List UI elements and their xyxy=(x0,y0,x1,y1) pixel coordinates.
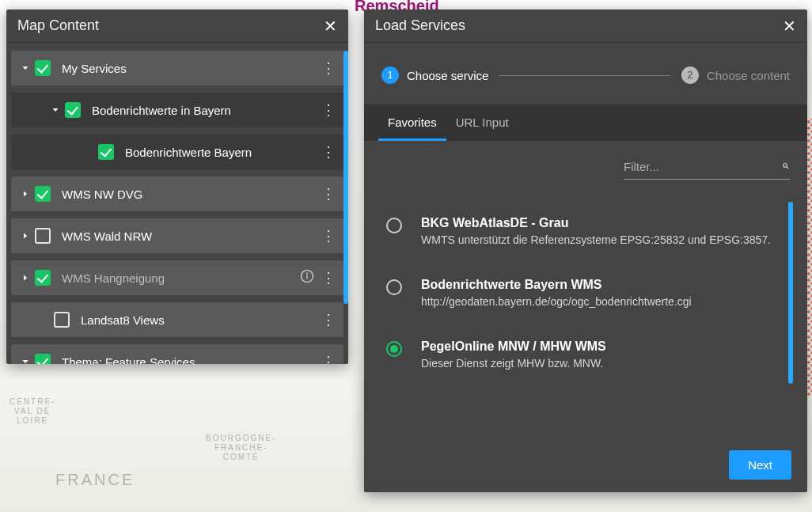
step-choose-content[interactable]: 2 Choose content xyxy=(681,66,790,84)
close-icon[interactable]: ✕ xyxy=(783,18,796,34)
map-content-body: My Services⋮Bodenrichtwerte in Bayern⋮Bo… xyxy=(6,43,348,364)
close-icon[interactable]: ✕ xyxy=(324,18,337,34)
step-label-2: Choose content xyxy=(707,69,790,82)
layer-row[interactable]: WMS Hangneigung⋮ xyxy=(11,260,343,295)
tab-url-input[interactable]: URL Input xyxy=(446,104,518,141)
layer-checkbox[interactable] xyxy=(65,102,81,118)
map-content-header: Map Content ✕ xyxy=(6,9,348,43)
chevron-right-icon[interactable] xyxy=(16,231,35,241)
layer-row[interactable]: Bodenrichtwerte Bayern⋮ xyxy=(11,135,343,169)
service-text: BKG WebAtlasDE - GrauWMTS unterstützt di… xyxy=(421,216,771,246)
step-number-1: 1 xyxy=(381,66,399,84)
more-options-icon[interactable]: ⋮ xyxy=(321,311,336,328)
map-content-title: Map Content xyxy=(17,17,99,34)
more-options-icon[interactable]: ⋮ xyxy=(321,185,336,203)
load-services-header: Load Services ✕ xyxy=(364,9,807,43)
service-subtitle: Dieser Dienst zeigt MHW bzw. MNW. xyxy=(421,357,606,370)
layer-label: Thema: Feature Services xyxy=(62,355,321,365)
layer-row[interactable]: My Services⋮ xyxy=(11,51,343,85)
filter-wrap xyxy=(624,157,790,180)
chevron-down-icon[interactable] xyxy=(16,357,35,364)
country-label-france: FRANCE xyxy=(55,470,135,489)
service-item[interactable]: BKG WebAtlasDE - GrauWMTS unterstützt di… xyxy=(380,200,787,262)
filter-row xyxy=(381,157,790,180)
stepper: 1 Choose service 2 Choose content xyxy=(381,66,790,84)
load-services-title: Load Services xyxy=(375,17,465,34)
tab-favorites[interactable]: Favorites xyxy=(378,104,446,141)
step-number-2: 2 xyxy=(681,66,699,84)
chevron-right-icon[interactable] xyxy=(16,273,35,283)
layer-row[interactable]: WMS Wald NRW⋮ xyxy=(11,218,343,253)
layer-checkbox[interactable] xyxy=(35,270,51,286)
layer-checkbox[interactable] xyxy=(35,60,51,76)
layer-label: WMS Wald NRW xyxy=(62,229,321,243)
region-label-bourgogne: BOURGOGNE- FRANCHE- COMTÉ xyxy=(206,434,276,462)
map-content-panel: Map Content ✕ My Services⋮Bodenrichtwert… xyxy=(6,9,348,364)
layer-label: My Services xyxy=(62,62,321,75)
more-options-icon[interactable]: ⋮ xyxy=(321,227,336,245)
service-title: BKG WebAtlasDE - Grau xyxy=(421,216,771,230)
more-options-icon[interactable]: ⋮ xyxy=(321,269,336,286)
scrollbar-thumb[interactable] xyxy=(788,202,793,384)
load-services-body: 1 Choose service 2 Choose content Favori… xyxy=(364,43,807,492)
service-subtitle: http://geodaten.bayern.de/ogc/ogc_bodenr… xyxy=(421,295,692,308)
chevron-right-icon[interactable] xyxy=(16,189,35,199)
service-title: PegelOnline MNW / MHW WMS xyxy=(421,339,606,354)
layer-label: WMS Hangneigung xyxy=(62,271,299,285)
layer-checkbox[interactable] xyxy=(98,144,114,160)
step-connector xyxy=(499,75,670,76)
service-subtitle: WMTS unterstützt die Referenzsysteme EPS… xyxy=(421,233,771,246)
layer-label: Landsat8 Views xyxy=(81,313,321,327)
layer-row[interactable]: Bodenrichtwerte in Bayern⋮ xyxy=(11,93,343,127)
service-radio[interactable] xyxy=(386,218,402,233)
tabs-bar: Favorites URL Input xyxy=(364,104,807,141)
layer-label: Bodenrichtwerte Bayern xyxy=(125,146,321,159)
scrollbar-thumb[interactable] xyxy=(343,51,348,304)
service-text: Bodenrichtwerte Bayern WMShttp://geodate… xyxy=(421,278,692,308)
service-item[interactable]: Bodenrichtwerte Bayern WMShttp://geodate… xyxy=(380,262,787,324)
step-label-1: Choose service xyxy=(407,69,488,82)
layer-row[interactable]: Thema: Feature Services⋮ xyxy=(11,344,343,364)
layer-label: Bodenrichtwerte in Bayern xyxy=(92,104,321,117)
more-options-icon[interactable]: ⋮ xyxy=(321,101,336,119)
chevron-down-icon[interactable] xyxy=(16,63,35,73)
region-label-centre: CENTRE- VAL DE LOIRE xyxy=(9,397,55,426)
layer-checkbox[interactable] xyxy=(35,354,51,364)
service-radio[interactable] xyxy=(386,341,402,357)
service-radio[interactable] xyxy=(386,279,402,295)
search-icon[interactable] xyxy=(782,158,790,174)
layer-checkbox[interactable] xyxy=(35,186,51,202)
dialog-footer: Next xyxy=(378,446,793,481)
service-list: BKG WebAtlasDE - GrauWMTS unterstützt di… xyxy=(375,191,796,446)
service-item[interactable]: PegelOnline MNW / MHW WMSDieser Dienst z… xyxy=(380,324,787,385)
layer-checkbox[interactable] xyxy=(54,312,70,328)
layer-row[interactable]: Landsat8 Views⋮ xyxy=(11,302,343,337)
load-services-panel: Load Services ✕ 1 Choose service 2 Choos… xyxy=(364,9,807,492)
next-button[interactable]: Next xyxy=(729,450,791,480)
filter-input[interactable] xyxy=(624,160,774,173)
scrollbar-track[interactable] xyxy=(343,51,348,359)
info-icon[interactable] xyxy=(299,268,317,287)
more-options-icon[interactable]: ⋮ xyxy=(321,143,336,161)
more-options-icon[interactable]: ⋮ xyxy=(321,353,336,364)
service-title: Bodenrichtwerte Bayern WMS xyxy=(421,278,692,292)
layer-label: WMS NW DVG xyxy=(62,188,321,201)
chevron-down-icon[interactable] xyxy=(46,105,65,115)
layer-checkbox[interactable] xyxy=(35,228,51,244)
layer-row[interactable]: WMS NW DVG⋮ xyxy=(11,176,343,211)
step-choose-service[interactable]: 1 Choose service xyxy=(381,66,488,84)
service-text: PegelOnline MNW / MHW WMSDieser Dienst z… xyxy=(421,339,606,370)
svg-point-2 xyxy=(307,273,308,274)
more-options-icon[interactable]: ⋮ xyxy=(321,59,336,77)
